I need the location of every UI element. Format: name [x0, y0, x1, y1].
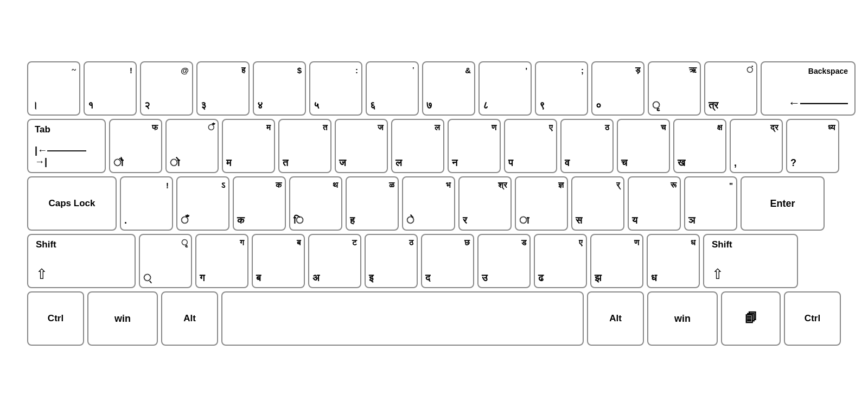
key-quote[interactable]: " ञ [684, 176, 737, 231]
key-4[interactable]: $ ४ [253, 61, 306, 116]
key-comma[interactable]: ए ढ [534, 234, 587, 288]
tab-label: Tab [35, 124, 98, 135]
key-b[interactable]: ठ इ [365, 234, 418, 288]
shift-left-arrow-icon: ⇧ [36, 266, 127, 283]
ctrl-right-key[interactable]: Ctrl [784, 291, 841, 346]
ctrl-left-label: Ctrl [48, 313, 63, 324]
tab-key[interactable]: Tab |←————→| [27, 119, 106, 173]
key-g[interactable]: ळ ह [346, 176, 399, 231]
key-row-3: Caps Lock ! . ऽ ँ क क थ ि [27, 176, 841, 231]
key-minus[interactable]: ऋ ृ [648, 61, 701, 116]
key-a[interactable]: ! . [120, 176, 173, 231]
enter-label: Enter [770, 198, 795, 209]
key-z[interactable]: ृ ् [139, 234, 192, 288]
key-x[interactable]: ग ग [195, 234, 248, 288]
key-d[interactable]: क क [233, 176, 286, 231]
key-1[interactable]: ! १ [84, 61, 137, 116]
key-0[interactable]: ड़ ० [591, 61, 644, 116]
key-row-1: ~ । ! १ @ २ ह ३ $ ४ [27, 61, 841, 116]
alt-right-label: Alt [609, 313, 622, 324]
key-j[interactable]: श्र र [458, 176, 512, 231]
key-h[interactable]: भ े [402, 176, 455, 231]
key-equal[interactable]: ं त्र [704, 61, 757, 116]
key-9[interactable]: ; ९ [535, 61, 588, 116]
key-e[interactable]: म म [222, 119, 275, 173]
win-left-key[interactable]: win [87, 291, 158, 346]
key-6[interactable]: ' ६ [366, 61, 419, 116]
shift-right-arrow-icon: ⇧ [712, 266, 789, 283]
backspace-key[interactable]: Backspace ←———— [761, 61, 856, 116]
key-slash[interactable]: ध ध [647, 234, 700, 288]
shift-right-key[interactable]: Shift ⇧ [703, 234, 798, 288]
key-q[interactable]: फ ौ [109, 119, 162, 173]
key-u[interactable]: ण न [448, 119, 501, 173]
capslock-label: Caps Lock [49, 198, 95, 209]
key-period[interactable]: ण झ [590, 234, 643, 288]
shift-right-label: Shift [712, 239, 789, 250]
capslock-key[interactable]: Caps Lock [27, 176, 117, 231]
key-lbracket[interactable]: क्ष ख [673, 119, 726, 173]
key-i[interactable]: ए प [504, 119, 557, 173]
key-2[interactable]: @ २ [140, 61, 193, 116]
shift-left-label: Shift [36, 239, 127, 250]
key-p[interactable]: च च [617, 119, 670, 173]
key-semicolon[interactable]: रू य [628, 176, 681, 231]
key-row-2: Tab |←————→| फ ौ ँ ो म म त त [27, 119, 841, 173]
key-row-5: Ctrl win Alt Alt win 🗐 [27, 291, 841, 346]
key-y[interactable]: ल ल [391, 119, 444, 173]
win-right-label: win [674, 313, 691, 325]
ctrl-right-label: Ctrl [805, 313, 820, 324]
key-backslash[interactable]: ध्य ? [786, 119, 839, 173]
enter-key[interactable]: Enter [741, 176, 825, 231]
backspace-arrow-icon: ←———— [788, 96, 848, 110]
alt-right-key[interactable]: Alt [587, 291, 644, 346]
win-left-label: win [114, 313, 131, 325]
key-backtick[interactable]: ~ । [27, 61, 80, 116]
key-v[interactable]: ट अ [308, 234, 361, 288]
key-s[interactable]: ऽ ँ [176, 176, 229, 231]
menu-icon: 🗐 [745, 311, 757, 326]
key-7[interactable]: & ७ [422, 61, 475, 116]
key-l[interactable]: र् स [571, 176, 624, 231]
space-key[interactable] [221, 291, 584, 346]
key-5[interactable]: : ५ [309, 61, 362, 116]
shift-left-key[interactable]: Shift ⇧ [27, 234, 136, 288]
key-o[interactable]: ठ व [560, 119, 614, 173]
key-k[interactable]: ज्ञ ा [515, 176, 568, 231]
key-t[interactable]: ज ज [335, 119, 388, 173]
key-c[interactable]: ब ब [252, 234, 305, 288]
tab-arrows-icon: |←————→| [35, 145, 98, 168]
key-w[interactable]: ँ ो [165, 119, 219, 173]
alt-left-key[interactable]: Alt [161, 291, 218, 346]
menu-key[interactable]: 🗐 [721, 291, 781, 346]
key-8[interactable]: ' ८ [478, 61, 532, 116]
key-f[interactable]: थ ि [289, 176, 342, 231]
keyboard: ~ । ! १ @ २ ह ३ $ ४ [16, 52, 852, 355]
key-r[interactable]: त त [278, 119, 331, 173]
backspace-label: Backspace [808, 67, 848, 75]
key-rbracket[interactable]: द्र , [730, 119, 783, 173]
win-right-key[interactable]: win [647, 291, 718, 346]
ctrl-left-key[interactable]: Ctrl [27, 291, 84, 346]
key-n[interactable]: छ द [421, 234, 474, 288]
key-3[interactable]: ह ३ [196, 61, 250, 116]
key-m[interactable]: ड उ [477, 234, 531, 288]
key-row-4: Shift ⇧ ृ ् ग ग ब ब ट अ [27, 234, 841, 288]
alt-left-label: Alt [183, 313, 196, 324]
